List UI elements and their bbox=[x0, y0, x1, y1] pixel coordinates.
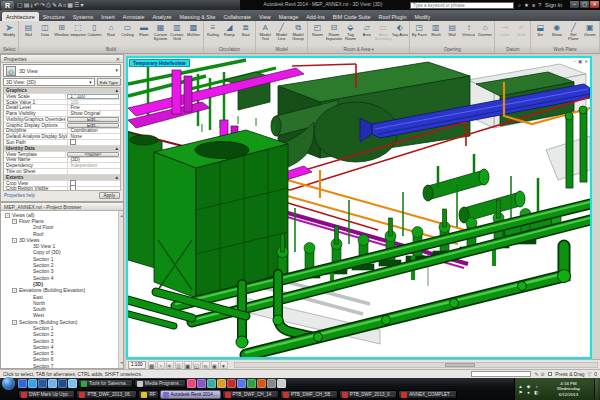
view-scale-control[interactable]: 1:100 bbox=[128, 361, 146, 369]
press-drag-checkbox[interactable] bbox=[548, 372, 553, 377]
view-control-icon[interactable]: ◱ bbox=[193, 361, 201, 369]
ribbon-button[interactable]: ≡ Railing bbox=[205, 22, 221, 46]
property-value[interactable]: Fine bbox=[68, 105, 120, 110]
ribbon-button[interactable]: ⬙ Tag Room bbox=[342, 22, 358, 46]
ribbon-button[interactable]: A Model Text bbox=[257, 22, 273, 46]
view-control-icon[interactable]: ▾ bbox=[220, 361, 228, 369]
property-value[interactable]: Edit... bbox=[67, 123, 119, 128]
tray-icon[interactable]: ● bbox=[525, 390, 532, 395]
ribbon-button[interactable]: ▭ Ceiling bbox=[119, 22, 135, 46]
ribbon-tab[interactable]: Systems bbox=[69, 12, 98, 21]
tree-expand-icon[interactable]: - bbox=[12, 219, 17, 224]
ribbon-button[interactable]: ▣ Viewer bbox=[582, 22, 598, 46]
horizontal-scrollbar[interactable] bbox=[234, 362, 599, 368]
status-tool-icon[interactable]: ⊘ bbox=[541, 371, 545, 377]
pinned-app-icon[interactable] bbox=[197, 379, 206, 388]
view-type-combo[interactable]: 3D View: {3D} ▾ bbox=[3, 78, 95, 86]
ribbon-button[interactable]: ▥ Shaft bbox=[428, 22, 444, 46]
ribbon-tab[interactable]: Structure bbox=[39, 12, 69, 21]
panel-name[interactable]: Room & Area ▾ bbox=[308, 46, 409, 53]
qat-tool-icon[interactable]: ▦ bbox=[67, 1, 73, 10]
pinned-app-icon[interactable] bbox=[58, 379, 67, 388]
qat-tool-icon[interactable]: ⌗ bbox=[63, 1, 66, 10]
scrollbar-thumb[interactable] bbox=[445, 363, 475, 367]
taskbar-window-button[interactable]: RF bbox=[138, 390, 158, 400]
view-control-icon[interactable]: ▒ bbox=[175, 361, 183, 369]
property-value[interactable]: 100 bbox=[68, 100, 120, 105]
ribbon-button[interactable]: ▦ Curtain System bbox=[152, 22, 168, 46]
filter-icon[interactable]: ▽ bbox=[587, 371, 591, 377]
3d-model-canvas[interactable] bbox=[128, 58, 590, 357]
pinned-app-icon[interactable] bbox=[227, 379, 236, 388]
show-desktop-button[interactable] bbox=[594, 379, 598, 399]
tree-expand-icon[interactable]: - bbox=[12, 288, 17, 293]
pinned-app-icon[interactable] bbox=[187, 379, 196, 388]
pinned-app-icon[interactable] bbox=[207, 379, 216, 388]
taskbar-window-button[interactable]: DWF Mark Up Upp… bbox=[18, 390, 75, 400]
type-selector[interactable]: ◇ 3D View ▾ bbox=[3, 64, 121, 77]
ribbon-button[interactable]: ▱ Area bbox=[359, 22, 375, 46]
ribbon-button[interactable]: ⬚ Component bbox=[70, 22, 86, 46]
close-button[interactable]: ✕ bbox=[590, 1, 599, 8]
drawing-area-3d-view[interactable]: Temporary Hide/Isolate ‒ ▣ ✕ bbox=[126, 56, 592, 359]
tray-icon[interactable]: ⚑ bbox=[517, 390, 524, 395]
cooling-tower[interactable] bbox=[128, 116, 288, 298]
start-button[interactable] bbox=[2, 377, 15, 390]
taskbar-window-button[interactable]: Media Programs… bbox=[134, 379, 186, 389]
infocenter-search-input[interactable] bbox=[410, 2, 514, 9]
ribbon-button[interactable]: ◢ Ramp bbox=[221, 22, 237, 46]
tree-expand-icon[interactable]: - bbox=[5, 213, 10, 218]
ribbon-button[interactable]: ⬓ Set bbox=[532, 22, 548, 46]
pinned-app-icon[interactable] bbox=[217, 379, 226, 388]
infocenter-icon[interactable]: ≡ bbox=[532, 2, 535, 8]
tray-icon[interactable]: ◧ bbox=[533, 390, 540, 395]
ribbon-button[interactable]: ╱ Ref Plane bbox=[565, 22, 581, 46]
edit-type-button[interactable]: Edit Type bbox=[97, 78, 121, 86]
qat-tool-icon[interactable]: A bbox=[58, 1, 62, 10]
ribbon-tab[interactable]: Add-Ins bbox=[302, 12, 329, 21]
ribbon-button[interactable]: ➤ Modify bbox=[1, 22, 17, 46]
view-control-icon[interactable]: ▦ bbox=[148, 361, 156, 369]
taskbar-clock[interactable]: 4:16 PM Wednesday 6/12/2013 bbox=[545, 381, 592, 398]
ribbon-button[interactable]: ⌂ Dormer bbox=[477, 22, 493, 46]
pinned-app-icon[interactable] bbox=[48, 379, 57, 388]
pinned-app-icon[interactable] bbox=[257, 379, 266, 388]
apply-button[interactable]: Apply bbox=[99, 192, 121, 199]
properties-close-icon[interactable]: ✕ bbox=[116, 56, 120, 62]
taskbar-window-button[interactable]: PTB_DWF_CH_5B… bbox=[280, 390, 338, 400]
property-value[interactable]: Independent bbox=[68, 163, 120, 168]
infocenter-icon[interactable]: ⌕ bbox=[518, 2, 521, 9]
ribbon-tab[interactable]: View bbox=[255, 12, 275, 21]
taskbar-window-button[interactable]: Autodesk Revit 2014… bbox=[160, 390, 221, 400]
minimize-button[interactable]: ‒ bbox=[570, 1, 579, 8]
ribbon-button[interactable]: ▩ Mullion bbox=[185, 22, 201, 46]
ribbon-button[interactable]: ◰ Room bbox=[309, 22, 325, 46]
application-menu-button[interactable]: R bbox=[1, 1, 14, 10]
status-tool-icon[interactable]: ✎ bbox=[534, 371, 538, 377]
temporary-hide-isolate-badge[interactable]: Temporary Hide/Isolate bbox=[129, 59, 190, 67]
ribbon-button[interactable]: ⌂ Roof bbox=[103, 22, 119, 46]
ribbon-button[interactable]: ↕ Vertical bbox=[460, 22, 476, 46]
view-control-icon[interactable]: ◔ bbox=[157, 361, 165, 369]
property-value[interactable]: ▴ bbox=[112, 88, 120, 93]
property-value[interactable]: {3D} bbox=[68, 157, 120, 162]
qat-tool-icon[interactable]: ▢ bbox=[17, 1, 23, 10]
view-minimize-icon[interactable]: ‒ bbox=[573, 59, 576, 64]
properties-help-link[interactable]: Properties help bbox=[4, 193, 99, 198]
ribbon-button[interactable]: ⊟ Room Separator bbox=[326, 22, 342, 46]
view-close-icon[interactable]: ✕ bbox=[584, 59, 588, 64]
ribbon-button[interactable]: ▬ Floor bbox=[136, 22, 152, 46]
qat-tool-icon[interactable]: ⎙ bbox=[46, 1, 51, 10]
ribbon-button[interactable]: ⧉ Model Group bbox=[290, 22, 306, 46]
ribbon-tab[interactable]: Analyze bbox=[148, 12, 175, 21]
infocenter-icon[interactable]: ? bbox=[538, 2, 541, 8]
ribbon-button[interactable]: ▤ Wall bbox=[444, 22, 460, 46]
ribbon-tab[interactable]: Manage bbox=[275, 12, 302, 21]
ribbon-button[interactable]: ▥ Curtain Grid bbox=[169, 22, 185, 46]
tree-expand-icon[interactable]: - bbox=[12, 238, 17, 243]
view-control-icon[interactable]: ☀ bbox=[166, 361, 174, 369]
ribbon-button[interactable]: ⬖ Tag Area bbox=[392, 22, 408, 46]
pinned-app-icon[interactable] bbox=[277, 379, 286, 388]
ribbon-tab[interactable]: Architecture bbox=[2, 12, 39, 21]
ribbon-tab[interactable]: Annotate bbox=[119, 12, 149, 21]
